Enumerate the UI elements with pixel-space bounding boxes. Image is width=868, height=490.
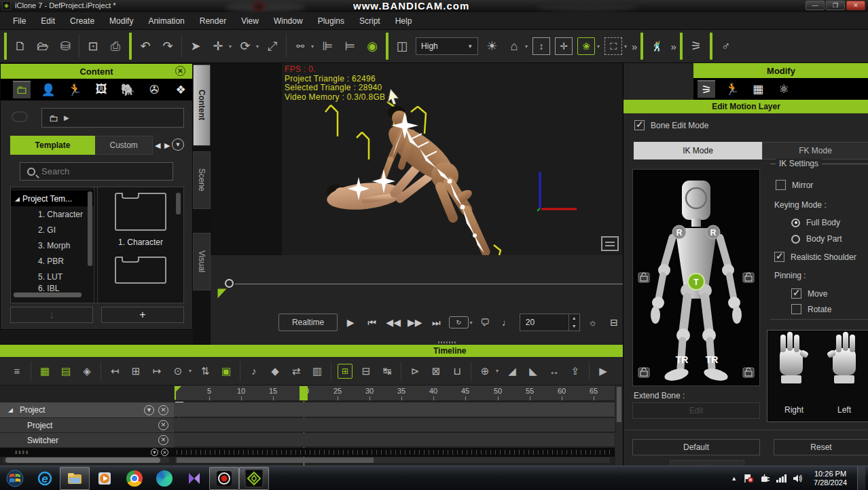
audio-note-icon[interactable]: ♩ (498, 314, 516, 331)
modify-material-icon[interactable]: ▦ (749, 80, 767, 98)
save-project-icon[interactable]: ⛁ (56, 37, 74, 55)
align-right-icon[interactable]: ⊨ (341, 37, 359, 55)
realistic-shoulder-checkbox[interactable] (774, 252, 784, 262)
motion-clip-icon[interactable]: ▥ (310, 364, 325, 379)
tree-item-character[interactable]: 1. Character (11, 206, 94, 222)
action-center-flag-icon[interactable] (743, 474, 754, 483)
category-media-icon[interactable]: ✇ (145, 81, 163, 98)
menu-window[interactable]: Window (266, 16, 310, 26)
timeline-header[interactable]: Timeline (0, 345, 623, 357)
content-panel-close-icon[interactable]: ✕ (175, 66, 185, 76)
menu-create[interactable]: Create (62, 16, 102, 26)
tree-item-ibl[interactable]: 6. IBL (11, 284, 94, 293)
realistic-shoulder-row[interactable]: Realistic Shoulder (774, 252, 856, 262)
track-close-icon[interactable]: ✕ (158, 405, 168, 415)
menu-view[interactable]: View (234, 16, 266, 26)
bone-edit-mode-row[interactable]: Bone Edit Mode (634, 120, 708, 130)
tree-item-lut[interactable]: 5. LUT (11, 269, 94, 284)
loop-dropdown[interactable]: ▾ (470, 320, 473, 326)
tag-dropdown[interactable]: ▾ (189, 368, 192, 374)
shoulder-left-handle[interactable]: R (710, 228, 717, 238)
rewind-button[interactable]: ◀◀ (384, 314, 402, 331)
breadcrumb-back-icon[interactable] (12, 111, 28, 122)
character-pose-icon[interactable]: 🕺 (648, 37, 666, 55)
edge-icon[interactable] (149, 467, 179, 490)
full-body-row[interactable]: Full Body (791, 218, 840, 227)
thumbnail-folder-icon[interactable] (115, 193, 166, 231)
bone-edit-mode-checkbox[interactable] (634, 120, 645, 130)
modify-sliders-icon[interactable]: ⚞ (698, 80, 715, 98)
frame-down-icon[interactable]: ▼ (569, 322, 579, 331)
kmplayer-icon[interactable] (179, 467, 209, 490)
track-project-child[interactable]: Project ✕ (0, 418, 174, 432)
menu-render[interactable]: Render (192, 16, 234, 26)
link-tool-dropdown[interactable]: ▾ (311, 43, 314, 50)
insert-frame-icon[interactable]: ⊳ (408, 364, 422, 379)
menu-edit[interactable]: Edit (33, 16, 62, 26)
body-part-row[interactable]: Body Part (791, 234, 842, 244)
foot-left-handle[interactable]: TR (706, 354, 719, 365)
dialog-bubble-icon[interactable]: 🗩 (477, 314, 494, 331)
music-track-icon[interactable]: ♪ (247, 364, 261, 379)
internet-explorer-icon[interactable]: e (30, 467, 60, 490)
export-range-icon[interactable]: ⇪ (568, 364, 583, 379)
menu-file[interactable]: File (5, 16, 33, 26)
category-animation-icon[interactable]: 🏃 (66, 81, 84, 98)
tree-item-morph[interactable]: 3. Morph (11, 238, 94, 253)
track-list-icon[interactable]: ≡ (10, 364, 24, 379)
ik-mode-tab[interactable]: IK Mode (634, 142, 762, 159)
file-explorer-icon[interactable] (60, 467, 90, 490)
home-view-dropdown[interactable]: ▾ (525, 43, 528, 50)
ramp-down-icon[interactable]: ◣ (526, 364, 541, 379)
toolbar-overflow-chevron[interactable]: » (632, 41, 636, 52)
delete-frame-icon[interactable]: ⊠ (429, 364, 444, 379)
layout-panel-icon[interactable]: ◫ (393, 37, 411, 55)
swap-keys-icon[interactable]: ⇄ (289, 364, 304, 379)
tree-item-pbr[interactable]: 4. PBR (11, 253, 94, 269)
move-tool-dropdown[interactable]: ▾ (229, 43, 232, 50)
diamond-key-icon[interactable]: ◆ (268, 364, 283, 379)
track-frames-row[interactable]: ‖‖‖‖ ▼ ✕ (0, 448, 174, 457)
bandicam-icon[interactable] (209, 467, 239, 490)
ramp-up-icon[interactable]: ◢ (505, 364, 520, 379)
frames-lane[interactable] (174, 448, 615, 457)
tag-icon[interactable]: ⊙ (170, 364, 185, 379)
pin-move-checkbox[interactable] (791, 288, 801, 299)
fit-range-icon[interactable]: ↔ (547, 364, 562, 379)
hand-gesture-panel[interactable]: Right Left (767, 330, 868, 422)
collapse-triangle-icon[interactable]: ◢ (8, 407, 13, 413)
track-project-root[interactable]: ◢ Project ▼ ✕ (0, 402, 174, 417)
taskbar-clock[interactable]: 10:26 PM 7/28/2024 (810, 470, 851, 487)
chrome-icon[interactable] (120, 467, 149, 490)
thumbnail-folder-icon-2[interactable] (115, 257, 166, 284)
category-folder-icon[interactable]: 🗀 (13, 81, 31, 98)
breadcrumb-bar[interactable]: 🗀 ▶ (41, 108, 184, 128)
restore-button[interactable]: ❐ (826, 1, 845, 10)
home-view-icon[interactable]: ⌂ (505, 37, 523, 55)
prev-key-icon[interactable]: ↤ (107, 364, 122, 379)
timeline-play-icon[interactable]: ▶ (596, 364, 611, 379)
dock-tab-scene[interactable]: Scene (193, 151, 211, 209)
search-input[interactable]: Search (20, 162, 173, 181)
start-button[interactable] (0, 467, 30, 490)
tracks-horizontal-scrollbar[interactable] (3, 457, 170, 463)
viewport-3d[interactable]: FPS : 0. Project Triangle : 62496 Select… (282, 63, 623, 255)
fk-mode-tab[interactable]: FK Mode (762, 142, 868, 159)
default-button[interactable]: Default (632, 439, 760, 455)
body-part-radio[interactable] (791, 235, 800, 244)
align-keys-icon[interactable]: ⇅ (198, 364, 213, 379)
camera-plant-icon[interactable]: ❀ (577, 37, 595, 55)
iclone-icon[interactable] (239, 467, 269, 490)
category-props-icon[interactable]: 🐘 (119, 81, 137, 98)
range-start-flag[interactable] (175, 386, 181, 393)
right-glove[interactable] (780, 332, 809, 383)
camera-dropdown[interactable]: ▾ (597, 43, 600, 50)
timeline-vertical-scrollbar[interactable] (615, 385, 623, 466)
link-tool-icon[interactable]: ⚯ (291, 37, 309, 55)
select-tool-icon[interactable]: ➤ (187, 37, 204, 55)
tree-item-project-template[interactable]: ◢Project Tem... (11, 191, 94, 206)
tab-scroll-right-icon[interactable]: ▶ (162, 136, 172, 155)
camera-dolly-knob[interactable] (225, 279, 234, 288)
viewport-comment-icon[interactable] (601, 236, 619, 251)
modify-physics-icon[interactable]: ⚛ (775, 80, 793, 98)
